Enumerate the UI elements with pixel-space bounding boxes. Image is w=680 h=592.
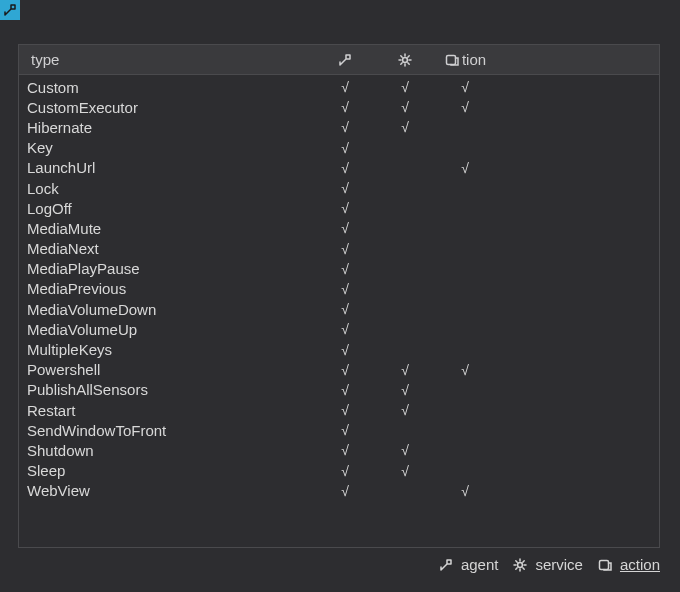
gear-icon: [397, 52, 413, 68]
cell-type: SendWindowToFront: [19, 422, 315, 439]
cell-action: √: [435, 79, 495, 95]
cell-agent: √: [315, 382, 375, 398]
cell-service: √: [375, 362, 435, 378]
table-row[interactable]: Powershell√√√: [19, 360, 659, 380]
table-row[interactable]: Hibernate√√: [19, 117, 659, 137]
table-row[interactable]: WebView√√: [19, 481, 659, 501]
cell-agent: √: [315, 483, 375, 499]
table-row[interactable]: MediaVolumeUp√: [19, 319, 659, 339]
table-row[interactable]: Custom√√√: [19, 77, 659, 97]
cell-agent: √: [315, 119, 375, 135]
column-header-type[interactable]: type: [19, 51, 315, 68]
cell-type: Sleep: [19, 462, 315, 479]
cell-type: Shutdown: [19, 442, 315, 459]
cell-agent: √: [315, 321, 375, 337]
cell-agent: √: [315, 200, 375, 216]
table-row[interactable]: MultipleKeys√: [19, 339, 659, 359]
agent-icon-topbar[interactable]: [0, 0, 20, 20]
action-icon: [444, 52, 460, 68]
cell-agent: √: [315, 301, 375, 317]
cell-type: Custom: [19, 79, 315, 96]
table-row[interactable]: Sleep√√: [19, 461, 659, 481]
cell-agent: √: [315, 180, 375, 196]
table-row[interactable]: MediaPlayPause√: [19, 259, 659, 279]
top-bar: [0, 0, 680, 20]
cell-type: Key: [19, 139, 315, 156]
column-header-service[interactable]: [375, 52, 435, 68]
cell-agent: √: [315, 220, 375, 236]
table-row[interactable]: MediaPrevious√: [19, 279, 659, 299]
cell-service: √: [375, 382, 435, 398]
legend: agent service action: [438, 556, 660, 573]
cell-action: √: [435, 160, 495, 176]
table-row[interactable]: LaunchUrl√√: [19, 158, 659, 178]
cell-service: √: [375, 442, 435, 458]
table-row[interactable]: CustomExecutor√√√: [19, 97, 659, 117]
cell-type: LaunchUrl: [19, 159, 315, 176]
legend-action[interactable]: action: [597, 556, 660, 573]
cell-service: √: [375, 99, 435, 115]
table-row[interactable]: PublishAllSensors√√: [19, 380, 659, 400]
cell-agent: √: [315, 442, 375, 458]
table-row[interactable]: Restart√√: [19, 400, 659, 420]
cell-agent: √: [315, 160, 375, 176]
cell-agent: √: [315, 261, 375, 277]
table-row[interactable]: Key√: [19, 138, 659, 158]
agent-icon: [438, 557, 454, 573]
cell-agent: √: [315, 402, 375, 418]
cell-agent: √: [315, 140, 375, 156]
gear-icon: [512, 557, 528, 573]
column-header-agent[interactable]: [315, 52, 375, 68]
column-header-action-label: tion: [462, 51, 486, 68]
cell-type: Powershell: [19, 361, 315, 378]
cell-service: √: [375, 79, 435, 95]
table-row[interactable]: SendWindowToFront√: [19, 420, 659, 440]
cell-agent: √: [315, 362, 375, 378]
agent-icon: [337, 52, 353, 68]
cell-type: Restart: [19, 402, 315, 419]
cell-agent: √: [315, 241, 375, 257]
cell-agent: √: [315, 463, 375, 479]
cell-agent: √: [315, 342, 375, 358]
cell-type: LogOff: [19, 200, 315, 217]
legend-service[interactable]: service: [512, 556, 583, 573]
table-row[interactable]: Shutdown√√: [19, 440, 659, 460]
legend-agent-label: agent: [461, 556, 499, 573]
cell-service: √: [375, 463, 435, 479]
cell-type: MediaMute: [19, 220, 315, 237]
table-row[interactable]: MediaNext√: [19, 239, 659, 259]
cell-type: Hibernate: [19, 119, 315, 136]
cell-type: WebView: [19, 482, 315, 499]
table-row[interactable]: MediaVolumeDown√: [19, 299, 659, 319]
table-row[interactable]: LogOff√: [19, 198, 659, 218]
table-header: type tion: [19, 45, 659, 75]
cell-type: MediaVolumeDown: [19, 301, 315, 318]
legend-agent[interactable]: agent: [438, 556, 499, 573]
cell-service: √: [375, 119, 435, 135]
cell-type: CustomExecutor: [19, 99, 315, 116]
cell-action: √: [435, 99, 495, 115]
action-icon: [597, 557, 613, 573]
cell-type: MediaPlayPause: [19, 260, 315, 277]
cell-agent: √: [315, 422, 375, 438]
cell-type: MediaVolumeUp: [19, 321, 315, 338]
cell-type: MultipleKeys: [19, 341, 315, 358]
legend-service-label: service: [535, 556, 583, 573]
cell-agent: √: [315, 79, 375, 95]
cell-type: MediaPrevious: [19, 280, 315, 297]
table-body: Custom√√√CustomExecutor√√√Hibernate√√Key…: [19, 75, 659, 501]
types-table: type tion Custom√√√CustomExecutor√√√Hibe…: [18, 44, 660, 548]
cell-agent: √: [315, 281, 375, 297]
column-header-action[interactable]: tion: [435, 51, 495, 68]
cell-type: Lock: [19, 180, 315, 197]
cell-action: √: [435, 483, 495, 499]
cell-service: √: [375, 402, 435, 418]
table-row[interactable]: MediaMute√: [19, 218, 659, 238]
cell-type: PublishAllSensors: [19, 381, 315, 398]
cell-action: √: [435, 362, 495, 378]
legend-action-label: action: [620, 556, 660, 573]
cell-type: MediaNext: [19, 240, 315, 257]
table-row[interactable]: Lock√: [19, 178, 659, 198]
cell-agent: √: [315, 99, 375, 115]
